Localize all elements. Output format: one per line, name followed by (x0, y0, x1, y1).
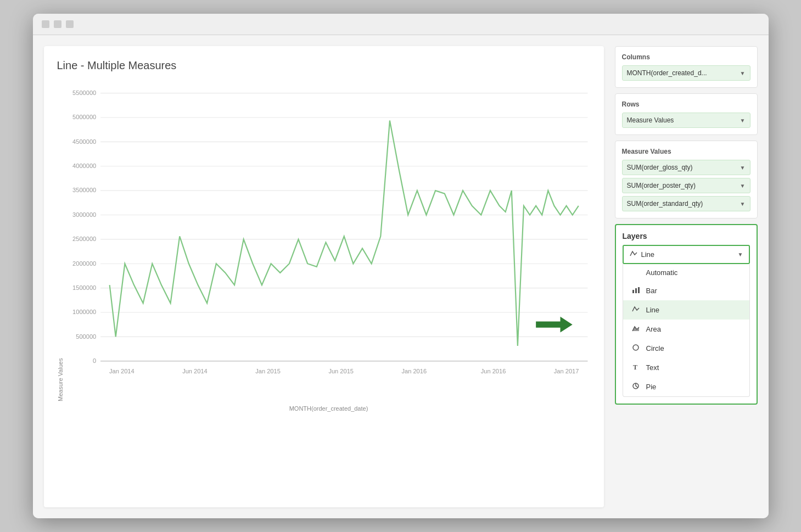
svg-text:T: T (633, 363, 637, 371)
columns-section: Columns MONTH(order_created_d... ▼ (615, 46, 758, 88)
svg-text:0: 0 (93, 357, 96, 364)
svg-text:Jan 2017: Jan 2017 (553, 368, 579, 374)
measure-poster-dropdown[interactable]: SUM(order_poster_qty) ▼ (622, 178, 750, 193)
measure-standard-dropdown[interactable]: SUM(order_standard_qty) ▼ (622, 196, 750, 211)
measure-standard-value: SUM(order_standard_qty) (627, 200, 703, 208)
svg-rect-33 (635, 288, 637, 293)
svg-text:3500000: 3500000 (72, 187, 96, 193)
svg-text:4500000: 4500000 (72, 138, 96, 145)
svg-point-36 (633, 345, 638, 350)
line-icon (631, 305, 641, 315)
columns-dropdown[interactable]: MONTH(order_created_d... ▼ (622, 65, 750, 81)
menu-item-automatic[interactable]: Automatic (623, 264, 749, 281)
svg-text:1000000: 1000000 (72, 309, 96, 315)
layers-selected-value: Line (641, 250, 655, 259)
chart-svg-container: 5500000 5000000 4500000 4000000 3500000 … (67, 83, 591, 402)
menu-item-pie[interactable]: Pie (623, 377, 749, 396)
bar-icon (631, 285, 641, 296)
area-icon (631, 324, 641, 334)
measure-gloss-arrow: ▼ (740, 165, 746, 171)
layers-section: Layers Line ▼ Automatic (615, 224, 758, 405)
measure-values-label: Measure Values (622, 148, 750, 155)
svg-text:Jan 2015: Jan 2015 (255, 368, 281, 374)
menu-item-pie-label: Pie (646, 383, 657, 391)
rows-dropdown[interactable]: Measure Values ▼ (622, 113, 750, 128)
line-small-icon (629, 249, 638, 260)
main-content: Line - Multiple Measures Measure Values … (33, 35, 769, 518)
svg-text:Jun 2014: Jun 2014 (182, 368, 208, 374)
measure-poster-value: SUM(order_poster_qty) (627, 182, 696, 189)
y-axis-label: Measure Values (57, 83, 64, 401)
svg-text:3000000: 3000000 (72, 211, 96, 218)
svg-text:Jan 2016: Jan 2016 (401, 368, 427, 374)
menu-item-text[interactable]: T Text (623, 358, 749, 377)
menu-item-bar[interactable]: Bar (623, 281, 749, 300)
traffic-light-2 (54, 20, 61, 28)
measure-poster-arrow: ▼ (740, 183, 746, 189)
menu-item-area-label: Area (646, 325, 661, 333)
chart-panel: Line - Multiple Measures Measure Values … (44, 46, 604, 507)
measure-gloss-dropdown[interactable]: SUM(order_gloss_qty) ▼ (622, 160, 750, 175)
rows-arrow: ▼ (740, 117, 746, 124)
menu-item-area[interactable]: Area (623, 320, 749, 339)
measure-standard-arrow: ▼ (740, 201, 746, 207)
circle-icon (631, 343, 641, 354)
svg-text:500000: 500000 (76, 333, 96, 340)
svg-text:2500000: 2500000 (72, 236, 96, 242)
layers-dropdown[interactable]: Line ▼ (623, 245, 750, 264)
window-frame: Line - Multiple Measures Measure Values … (33, 14, 769, 518)
rows-label: Rows (622, 100, 750, 108)
svg-text:5000000: 5000000 (72, 114, 96, 120)
rows-value: Measure Values (627, 116, 674, 124)
columns-arrow: ▼ (740, 70, 746, 76)
measure-values-section: Measure Values SUM(order_gloss_qty) ▼ SU… (615, 141, 758, 219)
menu-item-line-label: Line (646, 306, 660, 314)
columns-label: Columns (622, 53, 750, 61)
layers-label: Layers (623, 232, 750, 240)
traffic-light-1 (42, 20, 49, 28)
svg-text:Jun 2015: Jun 2015 (328, 368, 354, 374)
svg-text:4000000: 4000000 (72, 163, 96, 169)
menu-item-text-label: Text (646, 363, 659, 372)
chart-svg: 5500000 5000000 4500000 4000000 3500000 … (67, 83, 591, 402)
svg-text:Jan 2014: Jan 2014 (109, 368, 135, 374)
menu-item-circle-label: Circle (646, 344, 664, 352)
layers-selected-item: Line (629, 249, 655, 260)
svg-text:2000000: 2000000 (72, 260, 96, 267)
right-panel: Columns MONTH(order_created_d... ▼ Rows … (615, 46, 758, 507)
svg-line-40 (636, 386, 638, 388)
rows-section: Rows Measure Values ▼ (615, 93, 758, 135)
measure-gloss-value: SUM(order_gloss_qty) (627, 164, 693, 171)
svg-rect-32 (632, 290, 634, 293)
x-axis-label: MONTH(order_created_date) (67, 405, 591, 412)
title-bar (33, 14, 769, 35)
text-icon: T (631, 362, 641, 373)
svg-text:1500000: 1500000 (72, 284, 96, 291)
columns-value: MONTH(order_created_d... (627, 69, 707, 77)
svg-text:5500000: 5500000 (72, 89, 96, 96)
menu-item-circle[interactable]: Circle (623, 339, 749, 358)
svg-rect-34 (638, 287, 640, 293)
svg-text:Jun 2016: Jun 2016 (480, 368, 506, 374)
layers-dropdown-menu: Automatic Bar Line (623, 264, 750, 397)
chart-area: Measure Values 5500000 5000000 4500000 4… (57, 83, 591, 401)
menu-item-line[interactable]: Line (623, 300, 749, 320)
traffic-light-3 (66, 20, 74, 28)
chart-inner: 5500000 5000000 4500000 4000000 3500000 … (67, 83, 591, 401)
menu-item-automatic-label: Automatic (646, 268, 678, 277)
menu-item-bar-label: Bar (646, 287, 657, 295)
layers-arrow: ▼ (738, 251, 743, 257)
svg-marker-31 (536, 317, 573, 333)
pie-icon (631, 382, 641, 392)
chart-title: Line - Multiple Measures (57, 59, 591, 72)
